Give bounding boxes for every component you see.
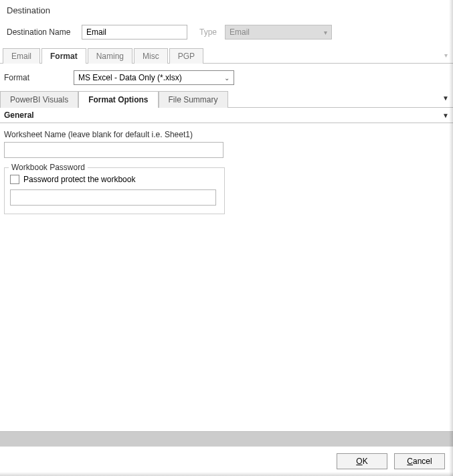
format-select[interactable]: MS Excel - Data Only (*.xlsx) ⌄ — [74, 70, 234, 85]
destination-name-input[interactable] — [82, 25, 187, 39]
worksheet-name-input[interactable] — [4, 142, 223, 158]
tab-misc[interactable]: Misc — [134, 48, 168, 64]
workbook-password-legend: Workbook Password — [9, 163, 88, 172]
sub-tabs: PowerBI Visuals Format Options File Summ… — [0, 90, 453, 108]
type-select-value: Email — [230, 27, 250, 37]
tab-pgp[interactable]: PGP — [169, 48, 203, 64]
chevron-down-icon: ⌄ — [224, 74, 230, 82]
chevron-down-icon[interactable]: ▾ — [444, 52, 448, 59]
tab-format-options[interactable]: Format Options — [78, 91, 158, 108]
dropdown-arrow-icon: ▼ — [442, 112, 449, 119]
header-row: Destination Name Type Email ▾ — [0, 21, 453, 48]
chevron-down-icon: ▾ — [324, 29, 327, 36]
tab-file-summary[interactable]: File Summary — [159, 91, 228, 108]
tab-email[interactable]: Email — [3, 48, 40, 64]
workbook-password-input[interactable] — [10, 189, 216, 206]
format-row: Format MS Excel - Data Only (*.xlsx) ⌄ — [0, 64, 453, 90]
type-label: Type — [199, 27, 219, 37]
ok-button[interactable]: OK — [337, 453, 387, 469]
button-row: OK Cancel — [0, 447, 453, 476]
tab-powerbi-visuals[interactable]: PowerBI Visuals — [0, 91, 78, 108]
main-tabs: Email Format Naming Misc PGP ▾ — [0, 48, 453, 64]
cancel-button[interactable]: Cancel — [394, 453, 445, 469]
worksheet-name-label: Worksheet Name (leave blank for default … — [4, 130, 449, 139]
password-protect-row: Password protect the workbook — [10, 175, 219, 184]
dropdown-arrow-icon[interactable]: ▼ — [442, 94, 449, 102]
workbook-password-group: Workbook Password Password protect the w… — [4, 167, 225, 214]
format-label: Format — [4, 73, 68, 82]
section-general-header[interactable]: General ▼ — [0, 108, 453, 123]
content-area: Worksheet Name (leave blank for default … — [0, 123, 453, 432]
format-select-value: MS Excel - Data Only (*.xlsx) — [78, 73, 182, 82]
section-title: General — [4, 110, 34, 120]
password-protect-checkbox[interactable] — [10, 175, 19, 184]
window-title: Destination — [0, 0, 453, 21]
tab-format[interactable]: Format — [41, 48, 86, 64]
password-protect-label: Password protect the workbook — [23, 175, 135, 184]
destination-name-label: Destination Name — [7, 27, 76, 37]
footer-bar — [0, 432, 453, 447]
type-select: Email ▾ — [225, 25, 332, 39]
tab-naming[interactable]: Naming — [88, 48, 132, 64]
